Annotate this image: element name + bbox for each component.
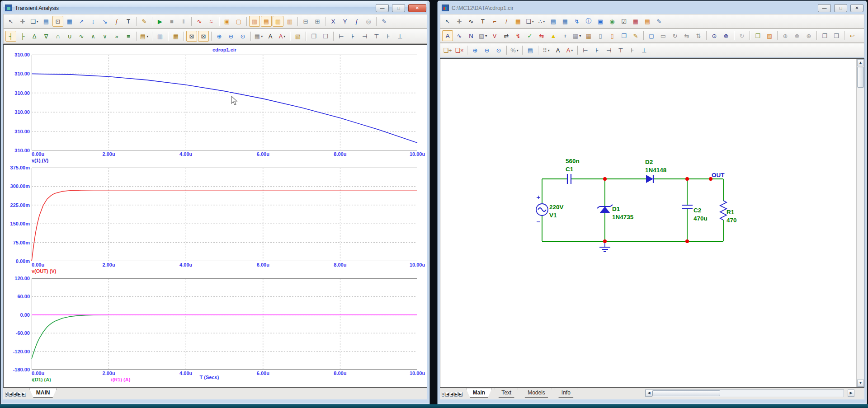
help-design-button[interactable]: ✎ (654, 16, 665, 27)
low-button[interactable]: ∪ (64, 31, 75, 42)
zoom-out-button[interactable]: ⊖ (481, 45, 492, 56)
tokens-toggle[interactable]: ≈ (206, 16, 217, 27)
edit-colors-button[interactable]: ▨ (764, 30, 775, 41)
scale-zoom-x[interactable]: ↗ (76, 16, 87, 27)
tab-nav-button-4[interactable]: ▶| (458, 392, 463, 397)
scale-zoom-y[interactable]: ↕ (88, 16, 99, 27)
schematic-canvas[interactable]: 560nC1D21N4148220VV1D11N4735C2470uR1470O… (440, 59, 856, 387)
paste-button[interactable]: ▧ (292, 31, 303, 42)
tab-nav-button-0[interactable]: ▾ (442, 392, 444, 397)
calc-button[interactable]: ▦ (630, 16, 641, 27)
flip-v-button[interactable]: ⇅ (693, 30, 704, 41)
find-node-button[interactable]: N (466, 30, 476, 41)
clipboard-menu[interactable]: ▤▾ (139, 31, 150, 42)
plot-panel-2[interactable] (32, 168, 417, 261)
schematic-label-d1[interactable]: D1 (612, 206, 620, 212)
tab-nav-button-0[interactable]: ▾ (5, 392, 8, 397)
info-more-button[interactable]: ⊛ (803, 30, 814, 41)
minimize-button[interactable]: — (376, 4, 389, 12)
tile-button[interactable]: ❒ (831, 30, 842, 41)
stop-button[interactable]: ■ (166, 16, 177, 27)
vertical-scroll-thumb[interactable] (857, 67, 864, 88)
line-tool[interactable]: ⌐ (489, 16, 500, 27)
select-tool[interactable]: ↖ (5, 16, 16, 27)
schematic-label-out[interactable]: OUT (712, 172, 725, 178)
global-low-button[interactable]: ∨ (99, 31, 110, 42)
next-branch-button[interactable]: » (111, 31, 122, 42)
horizontal-scroll-thumb[interactable] (652, 390, 720, 396)
tab-text[interactable]: Text (495, 389, 518, 398)
component-menu[interactable]: ❏▾ (524, 16, 535, 27)
scroll-right-button[interactable]: ▶ (848, 389, 854, 397)
power-button[interactable]: ↯ (513, 30, 524, 41)
split-crosshair[interactable]: ⊞ (312, 16, 323, 27)
curve-label[interactable]: i(D1) (A) (32, 377, 51, 382)
polygon-tool[interactable]: / (501, 16, 512, 27)
tab-nav-button-3[interactable]: ▶ (454, 392, 458, 397)
page-view-button[interactable]: ▤ (525, 45, 536, 56)
pan-tool[interactable]: ✚ (454, 16, 465, 27)
grid-menu[interactable]: ▦▾ (571, 30, 582, 41)
plot-layout-tile[interactable]: ▥ (284, 16, 295, 27)
tab-nav-button-3[interactable]: ▶ (17, 392, 21, 397)
scroll-down-button[interactable]: ▼ (857, 380, 864, 387)
hierarchy-button[interactable]: ❐ (618, 30, 629, 41)
page-info-button[interactable]: ▯ (607, 30, 618, 41)
schematic-label-d2[interactable]: D2 (645, 159, 653, 165)
properties-button[interactable]: ✎ (630, 30, 641, 41)
image-tool[interactable]: ▤ (41, 16, 52, 27)
schematic-label-1n4148[interactable]: 1N4148 (645, 167, 667, 174)
tab-nav-button-2[interactable]: ◀ (13, 392, 17, 397)
cursor-y-button[interactable]: Y (340, 16, 350, 27)
high-button[interactable]: ∩ (52, 31, 63, 42)
curve-label[interactable]: v(1) (V) (32, 158, 48, 163)
schematic-label-r1[interactable]: R1 (726, 209, 735, 216)
minimize-button[interactable]: — (818, 4, 831, 12)
tab-main[interactable]: Main (466, 389, 492, 398)
select-tool[interactable]: ↖ (442, 16, 453, 27)
table-button[interactable]: ▦ (583, 30, 594, 41)
flip-h-button[interactable]: ⇆ (681, 30, 692, 41)
zoom-in-button[interactable]: ⊕ (214, 31, 225, 42)
ruler-toggle[interactable]: ▣ (222, 16, 232, 27)
plot-properties[interactable]: ▦ (64, 16, 75, 27)
text-tool[interactable]: T (123, 16, 134, 27)
rotate-button[interactable]: ↻ (670, 30, 680, 41)
font-color-menu[interactable]: A▾ (277, 31, 288, 42)
info-button[interactable]: ⓘ (583, 16, 594, 27)
scroll-left-button[interactable]: ◀ (646, 389, 652, 397)
tab-models[interactable]: Models (521, 389, 552, 398)
info-del-button[interactable]: ⊗ (792, 30, 802, 41)
token-mode[interactable]: ⊠ (198, 31, 209, 42)
dot-grid-menu[interactable]: ⠿▾ (541, 45, 552, 56)
tile-button[interactable]: ❒ (320, 31, 331, 42)
scroll-up-button[interactable]: ▲ (857, 59, 864, 66)
edit-annotations-button[interactable]: ✎ (379, 16, 390, 27)
cascade-button[interactable]: ❐ (308, 31, 319, 42)
align-middle-button[interactable]: ⊧ (383, 31, 394, 42)
page-blank-button[interactable]: ▯ (595, 30, 606, 41)
file-list-button[interactable]: ▤ (642, 16, 653, 27)
scale-zoom-xy[interactable]: ↘ (99, 16, 110, 27)
copy-page-button[interactable]: ❐ (752, 30, 763, 41)
right-titlebar[interactable]: C:\MC12\DATA\cdrop1.cir — □ ✕ (440, 1, 864, 14)
text-page-button[interactable]: ▥ (155, 31, 165, 42)
horizontal-scrollbar[interactable]: ◀ (645, 389, 844, 397)
align-center-button[interactable]: ⊦ (592, 45, 603, 56)
pin-swap-button[interactable]: ⇆ (536, 30, 547, 41)
watch-button[interactable]: ▣ (595, 16, 606, 27)
curve-label[interactable]: v(OUT) (V) (32, 268, 56, 274)
close-button[interactable]: ✕ (408, 4, 426, 12)
align-top-button[interactable]: ⊤ (371, 31, 382, 42)
zoom-window-button[interactable]: ⊙ (237, 31, 248, 42)
tab-nav-button-1[interactable]: |◀ (445, 392, 449, 397)
tab-nav-button-2[interactable]: ◀ (450, 392, 453, 397)
cursor-select-mode[interactable]: ⊡ (52, 16, 63, 27)
capacitor-c2[interactable] (682, 205, 693, 209)
cursor-comment-button[interactable]: ◎ (363, 16, 374, 27)
align-right-button[interactable]: ⊣ (359, 31, 370, 42)
zoom-in-button[interactable]: ⊕ (470, 45, 481, 56)
select-border-button[interactable]: ▢ (646, 30, 657, 41)
formula-tool[interactable]: ƒ (111, 16, 122, 27)
plot-panel-1[interactable] (32, 55, 417, 150)
